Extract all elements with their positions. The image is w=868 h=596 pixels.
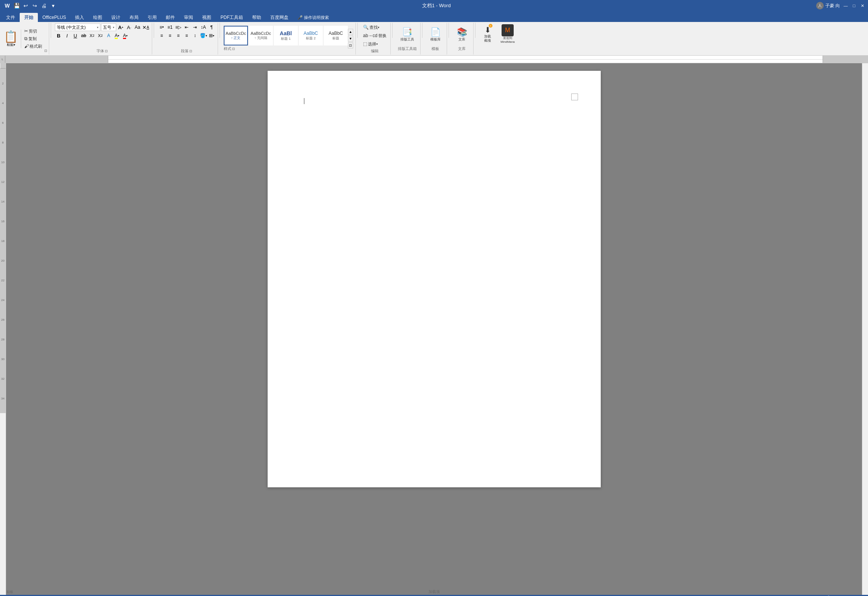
decrease-indent-button[interactable]: ⇤ [183,23,190,31]
replace-label: 替换 [378,33,386,39]
paste-button[interactable]: 📋 粘贴▾ [3,30,19,48]
align-right-button[interactable]: ≡ [175,32,182,39]
content-area: 246810121416182022242628303234 [0,63,868,595]
outline-button[interactable]: ≡▷ [175,23,182,31]
style-nospace-preview: AaBbCcDc [251,31,271,36]
ruler-number-32: 32 [0,374,6,384]
superscript-button[interactable]: X2 [97,32,104,39]
customize-quick-access[interactable]: ▾ [49,2,57,9]
save-button[interactable]: 💾 [13,2,20,9]
user-name: 子豪 向 [825,3,840,9]
styles-expand-icon[interactable]: ⊡ [232,47,235,51]
style-no-space[interactable]: AaBbCcDc ↑ 无间隔 [249,26,273,45]
paste-icon: 📋 [4,31,18,42]
layout-tools-button[interactable]: 📑 排版工具 [398,23,416,45]
clipboard-expand[interactable]: ⊡ [44,48,47,54]
font-name-selector[interactable]: 等线 (中文正文) ▾ [55,23,100,31]
select-button[interactable]: ⬚ 选择 ▾ [362,40,379,48]
tab-design[interactable]: 设计 [107,13,125,22]
ruler-number-22: 22 [0,275,6,285]
underline-button[interactable]: U [72,32,79,39]
text-effects-button[interactable]: A [105,32,112,39]
style-normal[interactable]: AaBbCcDc ↑ 正文 [224,26,248,45]
strikethrough-button[interactable]: ab [80,32,87,39]
separator-5 [392,23,393,38]
shading-icon: 🪣 [200,33,206,38]
minimize-button[interactable]: — [843,3,848,8]
ruler-number-30: 30 [0,354,6,364]
tab-review[interactable]: 审阅 [179,13,198,22]
font-size-selector[interactable]: 五号 ▾ [101,23,116,31]
replace-button[interactable]: ab→cd 替换 [362,32,388,39]
separator-3 [220,23,220,38]
tab-home[interactable]: 开始 [20,13,38,22]
highlight-button[interactable]: A ▾ [113,32,121,39]
tab-view[interactable]: 视图 [198,13,216,22]
increase-indent-button[interactable]: ⇥ [191,23,199,31]
bold-button[interactable]: B [55,32,62,39]
line-spacing-button[interactable]: ↕ [191,32,199,39]
ruler-number-3 [0,88,6,98]
style-heading2[interactable]: AaBbC 标题 2 [299,26,323,45]
tab-officeplus[interactable]: OfficePLUS [38,13,70,22]
ruler-number-23 [0,285,6,295]
tab-layout[interactable]: 布局 [125,13,143,22]
tab-file[interactable]: 文件 [2,13,20,22]
numbering-button[interactable]: ≡1 [166,23,174,31]
gallery-expand-button[interactable]: ⊡ [348,42,353,48]
tab-insert[interactable]: 插入 [70,13,89,22]
quick-print-button[interactable]: 🖨 [40,2,48,9]
undo-button[interactable]: ↩ [22,2,30,9]
change-case-button[interactable]: Aa [134,23,141,31]
template-button[interactable]: 📄 模板库 [426,23,444,45]
ruler-number-33 [0,384,6,393]
justify-button[interactable]: ≡ [183,32,190,39]
user-area[interactable]: 人 子豪 向 [816,2,840,9]
tab-references[interactable]: 引用 [143,13,161,22]
select-icon: ⬚ [363,41,367,47]
library-button[interactable]: 📚 文库 [453,23,471,45]
tab-baidu[interactable]: 百度网盘 [266,13,293,22]
subscript-button[interactable]: X2 [88,32,96,39]
style-title[interactable]: AaBbC 标题 [324,26,348,45]
shading-button[interactable]: 🪣 ▾ [199,32,207,39]
show-marks-button[interactable]: ¶ [208,23,215,31]
tab-help[interactable]: 帮助 [248,13,266,22]
para-row-2: ≡ ≡ ≡ ≡ ↕ 🪣 ▾ ⊞▾ [158,32,215,39]
align-left-button[interactable]: ≡ [158,32,165,39]
shrink-font-button[interactable]: A- [125,23,133,31]
find-button[interactable]: 🔍 查找 ▾ [362,23,381,31]
tab-draw[interactable]: 绘图 [89,13,107,22]
close-button[interactable]: ✕ [860,3,865,8]
font-expand-icon[interactable]: ⊡ [105,49,108,53]
mindjet-button[interactable]: M 发送到MindMana [498,23,517,45]
para-row-1: ≡• ≡1 ≡▷ ⇤ ⇥ ↕A ¶ [158,23,215,31]
align-center-button[interactable]: ≡ [166,32,174,39]
redo-button[interactable]: ↪ [31,2,39,9]
clear-format-button[interactable]: ✕A [142,23,150,31]
cut-button[interactable]: ✂ 剪切 [23,28,44,34]
tab-search[interactable]: 🎤 操作说明搜索 [293,13,333,22]
style-heading1[interactable]: AaBl 标题 1 [274,26,298,45]
gallery-down-button[interactable]: ▼ [348,36,353,42]
font-color-button[interactable]: A ▾ [122,32,129,39]
tab-pdf[interactable]: PDF工具箱 [216,13,248,22]
gallery-up-button[interactable]: ▲ [348,29,353,35]
bullets-button[interactable]: ≡• [158,23,165,31]
copy-button[interactable]: ⧉ 复制 [23,35,44,42]
enlarge-font-button[interactable]: A+ [117,23,125,31]
paragraph-expand-icon[interactable]: ⊡ [189,49,192,53]
restore-button[interactable]: □ [851,3,857,8]
style-nospace-label: ↑ 无间隔 [254,36,267,41]
download-addins-button[interactable]: ⬇ + 加载截项 [479,23,496,45]
cut-label: 剪切 [29,28,37,34]
borders-button[interactable]: ⊞▾ [208,32,215,39]
document-area[interactable] [6,63,862,595]
ruler-number-16: 16 [0,216,6,226]
ruler-corner[interactable]: L [0,56,5,63]
document-page[interactable] [268,71,601,487]
format-painter-button[interactable]: 🖌 格式刷 [23,43,44,50]
italic-button[interactable]: I [63,32,71,39]
tab-mailings[interactable]: 邮件 [161,13,179,22]
sort-button[interactable]: ↕A [199,23,207,31]
